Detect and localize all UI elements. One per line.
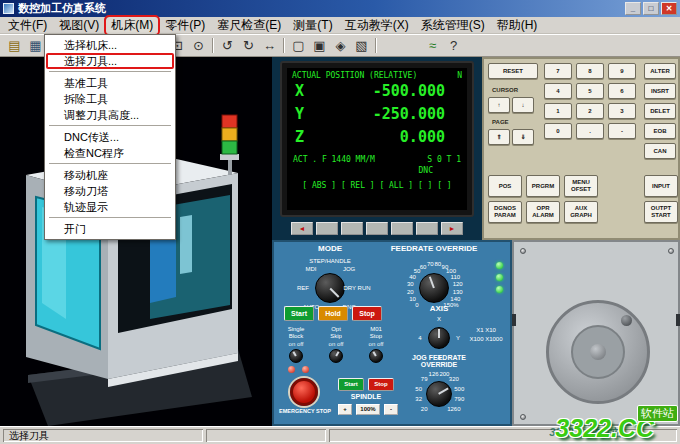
pan-button[interactable]: ↔ <box>259 36 280 55</box>
key-delet[interactable]: DELET <box>644 103 676 119</box>
cycle-stop-button[interactable]: Stop <box>352 306 382 321</box>
softkey-button[interactable] <box>366 222 388 235</box>
axis-name-Y: Y <box>295 105 329 123</box>
view-wireframe-button[interactable]: ▧ <box>351 36 372 55</box>
menu-item-trace-display[interactable]: 轨迹显示 <box>46 199 174 215</box>
key-prgrm[interactable]: PRGRM <box>526 175 560 197</box>
maximize-button[interactable]: □ <box>643 2 659 15</box>
menu-item-select-machine[interactable]: 选择机床... <box>46 37 174 53</box>
view-top-button[interactable]: ▣ <box>309 36 330 55</box>
knob-pointer <box>438 329 440 338</box>
toggle-knob-opt-skip[interactable] <box>329 349 343 363</box>
key-4[interactable]: 4 <box>544 83 572 99</box>
spindle-aux-minus-button[interactable]: - <box>384 404 398 415</box>
knob-scale-label: REF <box>297 285 309 291</box>
key-can[interactable]: CAN <box>644 143 676 159</box>
emergency-stop-label: EMERGENCY STOP <box>276 408 334 414</box>
key-cursor-up[interactable]: ↑ <box>488 97 510 113</box>
knob-scale-label: 20 <box>421 406 428 412</box>
menu-item-dnc-transfer[interactable]: DNC传送... <box>46 129 174 145</box>
help-button[interactable]: ? <box>443 36 464 55</box>
zoom-fit-button[interactable]: ⊙ <box>188 36 209 55</box>
key-page-up[interactable]: ⇑ <box>488 129 510 145</box>
cycle-hold-button[interactable]: Hold <box>318 306 348 321</box>
menu-machine[interactable]: 机床(M) <box>105 16 159 35</box>
menu-item-move-base[interactable]: 移动机座 <box>46 167 174 183</box>
key-7[interactable]: 7 <box>544 63 572 79</box>
menu-item-adjust-tool-height[interactable]: 调整刀具高度... <box>46 107 174 123</box>
menu-item-remove-tool[interactable]: 拆除工具 <box>46 91 174 107</box>
menu-feeler-check[interactable]: 塞尺检查(E) <box>211 16 287 35</box>
key-9[interactable]: 9 <box>608 63 636 79</box>
toggle-knob-m01-stop[interactable] <box>369 349 383 363</box>
menu-file[interactable]: 文件(F) <box>2 16 53 35</box>
menu-item-select-tool[interactable]: 选择刀具... <box>46 53 174 69</box>
axis-value-X: -500.000 <box>349 82 459 100</box>
softkey-button[interactable] <box>341 222 363 235</box>
key-5[interactable]: 5 <box>576 83 604 99</box>
softkey-button[interactable] <box>391 222 413 235</box>
spindle-stop-button[interactable]: Stop <box>368 378 394 391</box>
key-alter[interactable]: ALTER <box>644 63 676 79</box>
menu-item-move-turret[interactable]: 移动刀塔 <box>46 183 174 199</box>
axis-selector-knob[interactable] <box>428 327 450 349</box>
key-input[interactable]: INPUT <box>644 175 678 197</box>
key-aux[interactable]: AUX GRAPH <box>564 201 598 223</box>
key-3[interactable]: 3 <box>608 103 636 119</box>
mode-selector-knob[interactable] <box>315 273 345 303</box>
handwheel-handle[interactable] <box>621 315 632 326</box>
menu-item-open-door[interactable]: 开门 <box>46 221 174 237</box>
key-cursor-down[interactable]: ↓ <box>512 97 534 113</box>
handwheel[interactable] <box>546 300 650 404</box>
key--[interactable]: - <box>608 123 636 139</box>
key-eob[interactable]: EOB <box>644 123 676 139</box>
rotate-left-button[interactable]: ↺ <box>217 36 238 55</box>
key-menu[interactable]: MENU OFSET <box>564 175 598 197</box>
key-page-down[interactable]: ⇓ <box>512 129 534 145</box>
menu-system-admin[interactable]: 系统管理(S) <box>415 16 491 35</box>
key-8[interactable]: 8 <box>576 63 604 79</box>
spindle-aux-plus-button[interactable]: + <box>338 404 352 415</box>
view-front-button[interactable]: ▢ <box>288 36 309 55</box>
key-dgnos[interactable]: DGNOS PARAM <box>488 201 522 223</box>
close-button[interactable]: ✕ <box>661 2 677 15</box>
cycle-start-button[interactable]: Start <box>284 306 314 321</box>
softkey-arrow[interactable]: ◄ <box>291 222 313 235</box>
key-reset[interactable]: RESET <box>488 63 538 79</box>
key-6[interactable]: 6 <box>608 83 636 99</box>
minimize-button[interactable]: _ <box>625 2 641 15</box>
softkey-button[interactable] <box>416 222 438 235</box>
spindle-aux-hundred-button[interactable]: 100% <box>356 404 380 415</box>
key-insrt[interactable]: INSRT <box>644 83 676 99</box>
key-1[interactable]: 1 <box>544 103 572 119</box>
menu-help[interactable]: 帮助(H) <box>491 16 544 35</box>
menu-item-check-nc-program[interactable]: 检查NC程序 <box>46 145 174 161</box>
machine-menu-dropdown: 选择机床...选择刀具...基准工具拆除工具调整刀具高度...DNC传送...检… <box>44 34 176 240</box>
key-0[interactable]: 0 <box>544 123 572 139</box>
emergency-stop-button[interactable] <box>290 378 318 406</box>
menu-interactive-teaching[interactable]: 互动教学(X) <box>339 16 415 35</box>
select-machine-button[interactable]: ▦ <box>25 36 46 55</box>
menu-measure[interactable]: 测量(T) <box>287 16 338 35</box>
spindle-start-button[interactable]: Start <box>338 378 364 391</box>
softkey-button[interactable] <box>316 222 338 235</box>
key-.[interactable]: . <box>576 123 604 139</box>
feedrate-override-knob[interactable] <box>419 273 449 303</box>
key-pos[interactable]: POS <box>488 175 522 197</box>
knob-scale-label: Y <box>456 335 460 341</box>
jog-feedrate-knob[interactable] <box>426 381 452 407</box>
axis-value-Z: 0.000 <box>349 128 459 146</box>
menu-part[interactable]: 零件(P) <box>159 16 211 35</box>
view-iso-button[interactable]: ◈ <box>330 36 351 55</box>
rotate-right-button[interactable]: ↻ <box>238 36 259 55</box>
softkey-arrow[interactable]: ► <box>441 222 463 235</box>
open-file-button[interactable]: ▤ <box>4 36 25 55</box>
menu-view[interactable]: 视图(V) <box>53 16 105 35</box>
key-output-start[interactable]: OUTPT START <box>644 201 678 223</box>
key-opr[interactable]: OPR ALARM <box>526 201 560 223</box>
menu-item-datum-tool[interactable]: 基准工具 <box>46 75 174 91</box>
trace-path-button[interactable]: ≈ <box>422 36 443 55</box>
toggle-knob-single-block[interactable] <box>289 349 303 363</box>
key-2[interactable]: 2 <box>576 103 604 119</box>
knob-scale-label: 79 <box>421 376 428 382</box>
